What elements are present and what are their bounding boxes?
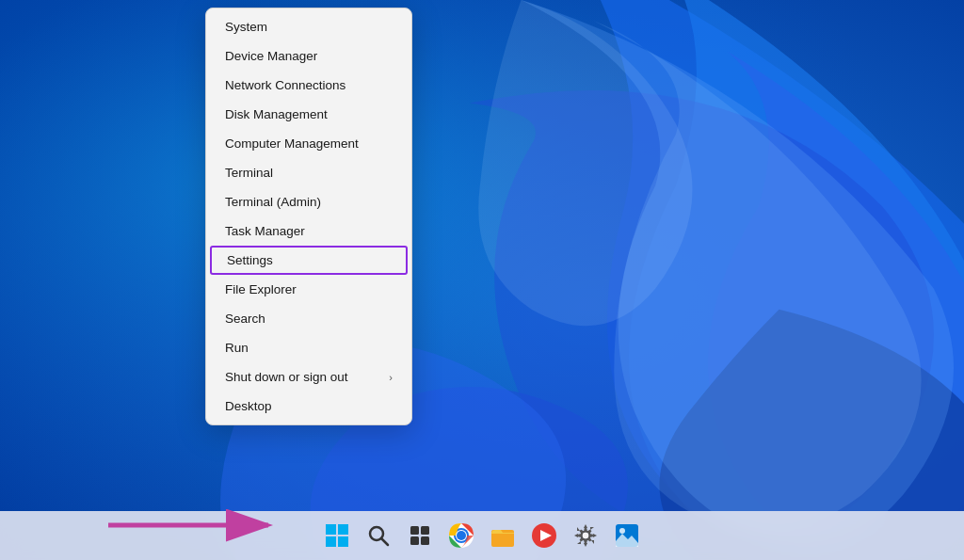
taskbar-photos-button[interactable] [608,517,646,554]
submenu-arrow-icon: › [389,372,393,383]
svg-line-9 [381,538,388,545]
svg-rect-7 [338,536,348,547]
wallpaper [0,0,964,560]
svg-point-17 [457,531,466,540]
taskbar-start-button[interactable] [318,517,356,554]
menu-item-terminal[interactable]: Terminal [206,158,411,187]
svg-rect-13 [421,536,429,545]
taskbar-chrome-button[interactable] [442,517,480,554]
menu-item-terminal-admin[interactable]: Terminal (Admin) [206,187,411,216]
menu-item-desktop[interactable]: Desktop [206,392,411,421]
menu-item-settings[interactable]: Settings [210,246,408,275]
svg-rect-4 [326,524,336,535]
svg-rect-11 [421,526,429,535]
menu-item-run[interactable]: Run [206,333,411,362]
menu-item-system[interactable]: System [206,12,411,41]
svg-rect-12 [410,536,419,545]
annotation-arrow [104,506,292,548]
svg-point-33 [619,528,625,534]
svg-rect-10 [410,526,419,535]
desktop: System Device Manager Network Connection… [0,0,964,560]
svg-rect-27 [585,539,587,543]
svg-rect-5 [338,524,348,535]
svg-rect-23 [585,528,587,532]
svg-rect-29 [578,535,582,537]
svg-rect-25 [589,535,593,537]
menu-item-task-manager[interactable]: Task Manager [206,216,411,246]
menu-item-computer-management[interactable]: Computer Management [206,129,411,158]
menu-item-device-manager[interactable]: Device Manager [206,41,411,71]
taskbar-icons [318,517,646,554]
svg-point-31 [583,533,588,538]
taskbar-file-explorer-button[interactable] [484,517,522,554]
menu-item-search[interactable]: Search [206,304,411,333]
taskbar-task-view-button[interactable] [401,517,439,554]
svg-rect-6 [326,536,336,547]
menu-item-network-connections[interactable]: Network Connections [206,71,411,100]
menu-item-shut-down[interactable]: Shut down or sign out › [206,362,411,392]
context-menu: System Device Manager Network Connection… [205,8,412,425]
taskbar-search-button[interactable] [360,517,397,554]
taskbar-copilot-button[interactable] [525,517,563,554]
taskbar-settings-button[interactable] [567,517,604,554]
menu-item-disk-management[interactable]: Disk Management [206,100,411,129]
menu-item-file-explorer[interactable]: File Explorer [206,275,411,304]
